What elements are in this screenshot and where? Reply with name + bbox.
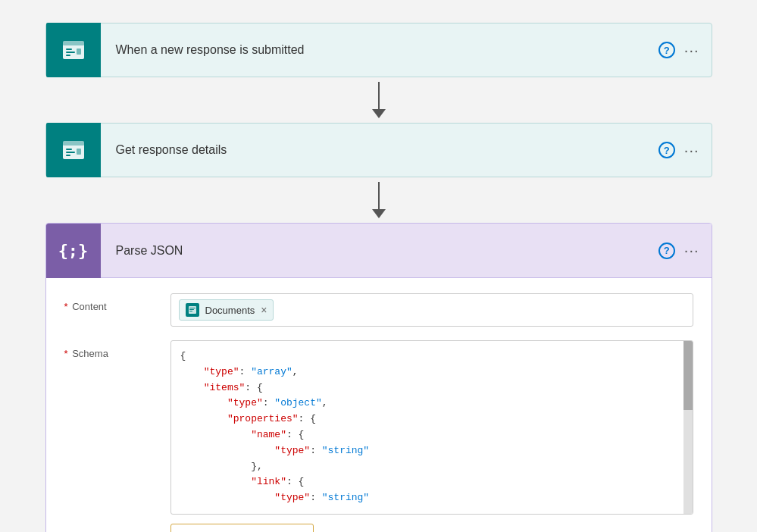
documents-token-label: Documents: [205, 305, 255, 316]
json-line-4: "properties": {: [180, 412, 683, 427]
content-input[interactable]: Documents ×: [170, 293, 693, 327]
step1-card: When a new response is submitted ? ···: [45, 23, 712, 77]
step2-more-button[interactable]: ···: [684, 142, 699, 159]
arrow1: [372, 77, 386, 123]
arrow1-head: [372, 109, 386, 118]
parse-json-title: Parse JSON: [101, 244, 658, 258]
step2-card: Get response details ? ···: [45, 123, 712, 177]
content-required-star: *: [64, 301, 71, 312]
json-line-5: "name": {: [180, 427, 683, 443]
arrow1-line: [378, 82, 380, 109]
arrow2: [372, 177, 386, 223]
step1-title: When a new response is submitted: [101, 43, 658, 57]
parse-json-actions: ? ···: [658, 242, 699, 259]
parse-json-icon-label: {;}: [58, 241, 89, 260]
schema-editor[interactable]: { "type": "array", "items": { "type": "o…: [170, 340, 693, 515]
json-line-7: },: [180, 459, 683, 475]
schema-field-row: * Schema { "type": "array", "items": { "…: [64, 340, 693, 532]
json-line-9: "type": "string": [180, 490, 683, 506]
svg-rect-3: [66, 52, 75, 53]
svg-rect-1: [63, 41, 84, 45]
step2-actions: ? ···: [658, 142, 699, 159]
documents-token: Documents ×: [179, 299, 274, 321]
json-line-1: "type": "array",: [180, 365, 683, 380]
schema-scrollbar-thumb: [683, 341, 693, 410]
step1-help-button[interactable]: ?: [658, 42, 675, 58]
generate-btn-container: Generate from sample: [170, 521, 693, 532]
step1-more-button[interactable]: ···: [684, 42, 699, 59]
svg-rect-14: [189, 309, 194, 310]
schema-editor-container: { "type": "array", "items": { "type": "o…: [170, 340, 693, 532]
parse-json-help-button[interactable]: ?: [658, 243, 675, 259]
documents-token-icon: [186, 303, 199, 317]
schema-editor-inner: { "type": "array", "items": { "type": "o…: [180, 349, 683, 506]
json-line-8: "link": {: [180, 474, 683, 490]
parse-json-card: {;} Parse JSON ? ··· * Content: [45, 223, 712, 532]
svg-rect-15: [189, 311, 192, 311]
step1-icon: [46, 23, 101, 77]
schema-required-star: *: [64, 348, 71, 359]
generate-from-sample-button[interactable]: Generate from sample: [170, 524, 314, 532]
svg-rect-4: [66, 55, 70, 56]
svg-rect-2: [66, 49, 72, 50]
svg-rect-7: [63, 141, 84, 146]
step2-title: Get response details: [101, 143, 658, 157]
parse-json-icon: {;}: [46, 224, 101, 278]
schema-scrollbar[interactable]: [683, 341, 693, 514]
schema-label-text: Schema: [72, 348, 108, 359]
arrow2-line: [378, 182, 380, 209]
parse-json-header: {;} Parse JSON ? ···: [46, 224, 712, 278]
step2-icon: [46, 123, 101, 177]
canvas: When a new response is submitted ? ··· G…: [0, 0, 757, 532]
json-line-0: {: [180, 349, 683, 365]
json-line-2: "items": {: [180, 380, 683, 396]
svg-rect-5: [77, 49, 81, 55]
svg-rect-13: [189, 308, 196, 308]
documents-token-close[interactable]: ×: [261, 304, 267, 316]
parse-json-body: * Content Documents ×: [46, 278, 712, 532]
svg-rect-9: [66, 152, 75, 153]
parse-json-more-button[interactable]: ···: [684, 242, 699, 259]
schema-label: * Schema: [64, 340, 170, 359]
content-label-text: Content: [72, 301, 107, 312]
json-line-3: "type": "object",: [180, 396, 683, 412]
step1-actions: ? ···: [658, 42, 699, 59]
step2-help-button[interactable]: ?: [658, 142, 675, 158]
json-line-6: "type": "string": [180, 443, 683, 459]
arrow2-head: [372, 209, 386, 218]
content-label: * Content: [64, 293, 170, 312]
svg-rect-8: [66, 149, 72, 150]
svg-rect-10: [66, 155, 70, 156]
svg-rect-11: [77, 149, 81, 155]
content-field-row: * Content Documents ×: [64, 293, 693, 327]
